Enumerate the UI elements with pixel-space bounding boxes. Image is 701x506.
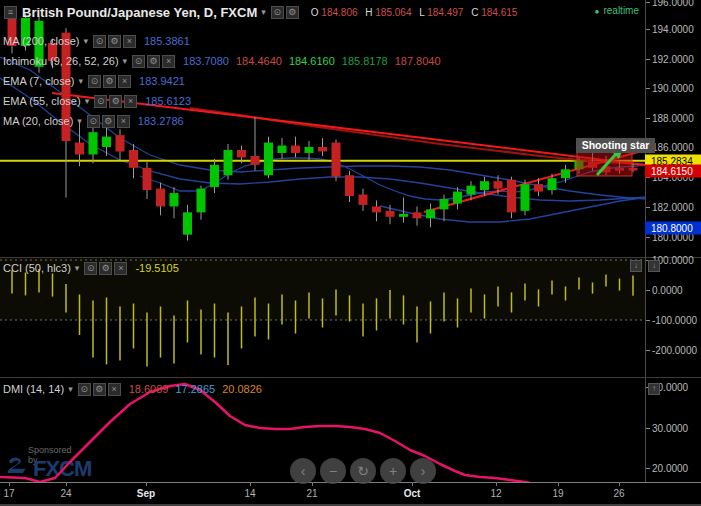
cci-caret-icon[interactable]: ▾ — [75, 263, 80, 273]
candle-up — [305, 147, 314, 153]
cci-eye-icon[interactable]: ⊙ — [84, 262, 97, 275]
cci-pane-collapse-arrow-icon[interactable]: ↓ — [630, 260, 642, 272]
indicator-3-eye-icon[interactable]: ⊙ — [94, 95, 107, 108]
symbol-settings-gear-icon[interactable]: ⚙ — [286, 6, 299, 19]
time-axis-label: 24 — [60, 488, 71, 499]
indicator-4-gear-icon[interactable]: ⚙ — [102, 115, 115, 128]
candle-up — [561, 169, 570, 178]
cci-value-0: -19.5105 — [135, 262, 178, 274]
candle-down — [156, 189, 165, 207]
candle-down — [237, 150, 246, 157]
pane-divider — [646, 377, 701, 378]
candle-down — [507, 180, 516, 213]
candle-up — [278, 146, 287, 153]
candle-up — [170, 193, 179, 206]
price-axis-label: 196.0000 — [652, 0, 694, 8]
indicator-4-name[interactable]: MA (20, close) — [3, 115, 73, 127]
cci-close-icon[interactable]: × — [114, 262, 127, 275]
cci-axis-arrow-icon[interactable]: ↓ — [648, 260, 660, 272]
scroll-left-button[interactable]: ‹ — [290, 458, 316, 484]
time-axis-tick — [250, 482, 251, 486]
collapse-header-icon[interactable]: ≡ — [4, 6, 17, 19]
price-badge: 184.6150 — [645, 165, 701, 178]
indicator-0-eye-icon[interactable]: ⊙ — [93, 35, 106, 48]
time-axis-label: 12 — [490, 488, 501, 499]
price-axis-label-tick — [646, 2, 650, 3]
candle-down — [386, 211, 395, 217]
dmi-axis-label: 20.0000 — [652, 463, 688, 474]
cci-axis-label: -200.0000 — [652, 345, 697, 356]
candle-up — [467, 186, 476, 195]
candle-down — [251, 156, 260, 165]
ohlc-open-value: 184.806 — [321, 7, 357, 18]
dmi-name[interactable]: DMI (14, 14) — [3, 383, 64, 395]
indicator-row-0: MA (200, close)▾⊙⚙×185.3861 — [3, 31, 441, 51]
candle-up — [453, 192, 462, 204]
indicator-0-close-icon[interactable]: × — [123, 35, 136, 48]
indicator-1-gear-icon[interactable]: ⚙ — [147, 55, 160, 68]
time-axis-tick — [66, 482, 67, 486]
price-axis-label-tick — [646, 29, 650, 30]
scroll-right-button[interactable]: › — [410, 458, 436, 484]
indicator-3-caret-icon[interactable]: ▾ — [85, 96, 90, 106]
indicator-1-name[interactable]: Ichimoku (9, 26, 52, 26) — [3, 55, 119, 67]
indicator-4-caret-icon[interactable]: ▾ — [77, 116, 82, 126]
symbol-eye-icon[interactable]: ⊙ — [271, 6, 284, 19]
dmi-value-2: 20.0826 — [222, 383, 262, 395]
indicator-1-value-0: 183.7080 — [183, 55, 229, 67]
indicator-2-close-icon[interactable]: × — [118, 75, 131, 88]
indicator-1-eye-icon[interactable]: ⊙ — [132, 55, 145, 68]
indicator-0-gear-icon[interactable]: ⚙ — [108, 35, 121, 48]
indicator-2-name[interactable]: EMA (7, close) — [3, 75, 75, 87]
indicator-1-value-1: 184.4640 — [236, 55, 282, 67]
candle-down — [372, 206, 381, 212]
ohlc-close-value: 184.615 — [481, 7, 517, 18]
indicator-1-close-icon[interactable]: × — [162, 55, 175, 68]
indicator-2-value-0: 183.9421 — [139, 75, 185, 87]
candle-down — [318, 147, 327, 151]
symbol-dropdown-caret-icon[interactable]: ▾ — [261, 7, 266, 17]
indicator-row-3: EMA (55, close)▾⊙⚙×185.6123 — [3, 91, 441, 111]
ohlc-low-label: L — [419, 7, 424, 18]
price-axis-label-tick — [646, 237, 650, 238]
indicator-3-gear-icon[interactable]: ⚙ — [109, 95, 122, 108]
indicator-4-close-icon[interactable]: × — [117, 115, 130, 128]
indicator-0-caret-icon[interactable]: ▾ — [83, 36, 88, 46]
candle-up — [440, 199, 449, 209]
indicator-2-eye-icon[interactable]: ⊙ — [88, 75, 101, 88]
dmi-close-icon[interactable]: × — [108, 383, 121, 396]
zoom-out-button[interactable]: − — [320, 458, 346, 484]
candle-down — [345, 175, 354, 196]
candle-up — [264, 143, 273, 176]
indicator-row-4: MA (20, close)▾⊙⚙×183.2786 — [3, 111, 441, 131]
indicator-3-close-icon[interactable]: × — [124, 95, 137, 108]
indicator-4-eye-icon[interactable]: ⊙ — [87, 115, 100, 128]
zoom-in-button[interactable]: + — [380, 458, 406, 484]
candle-down — [129, 150, 138, 168]
time-axis[interactable] — [0, 482, 701, 506]
candle-up — [480, 181, 489, 190]
indicator-2-caret-icon[interactable]: ▾ — [79, 76, 84, 86]
shooting-star-annotation[interactable]: Shooting star — [576, 138, 655, 153]
dmi-caret-icon[interactable]: ▾ — [68, 384, 73, 394]
ohlc-high-value: 185.064 — [375, 7, 411, 18]
dmi-value-1: 17.2865 — [175, 383, 215, 395]
reset-view-button[interactable]: ↻ — [350, 458, 376, 484]
indicator-0-name[interactable]: MA (200, close) — [3, 35, 79, 47]
indicator-2-gear-icon[interactable]: ⚙ — [103, 75, 116, 88]
time-axis-label: Oct — [404, 488, 421, 499]
cci-name[interactable]: CCI (50, hlc3) — [3, 262, 71, 274]
dmi-eye-icon[interactable]: ⊙ — [78, 383, 91, 396]
symbol-title[interactable]: British Pound/Japanese Yen, D, FXCM — [22, 5, 257, 20]
indicator-1-caret-icon[interactable]: ▾ — [123, 56, 128, 66]
indicator-3-name[interactable]: EMA (55, close) — [3, 95, 81, 107]
candle-up — [197, 189, 206, 213]
ohlc-high-label: H — [365, 7, 372, 18]
dmi-gear-icon[interactable]: ⚙ — [93, 383, 106, 396]
indicator-0-value-0: 185.3861 — [144, 35, 190, 47]
shooting-star-highlight-box[interactable] — [577, 150, 632, 176]
price-axis-label: 192.0000 — [652, 54, 694, 65]
dmi-axis-arrow-icon[interactable]: ↑ — [648, 383, 660, 395]
cci-axis-label: -100.0000 — [652, 315, 697, 326]
cci-gear-icon[interactable]: ⚙ — [99, 262, 112, 275]
